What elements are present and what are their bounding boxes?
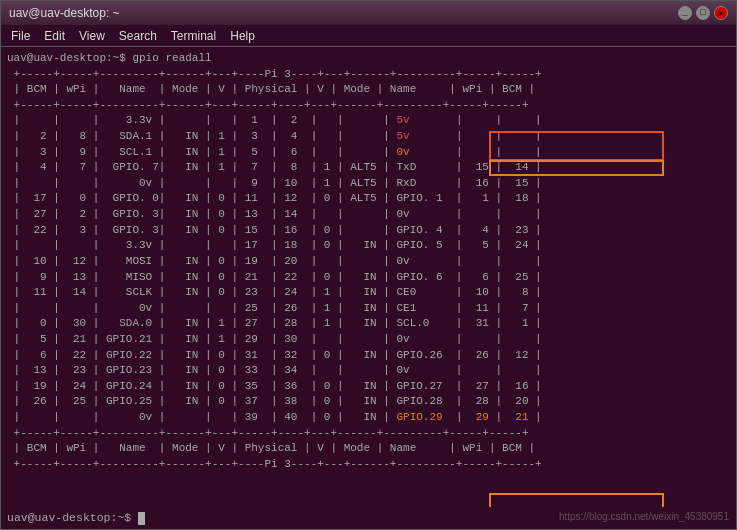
menu-terminal[interactable]: Terminal (165, 27, 222, 45)
titlebar: uav@uav-desktop: ~ _ □ ✕ (1, 1, 736, 25)
window-title: uav@uav-desktop: ~ (9, 6, 120, 20)
terminal-window: uav@uav-desktop: ~ _ □ ✕ File Edit View … (0, 0, 737, 530)
maximize-button[interactable]: □ (696, 6, 710, 20)
menu-file[interactable]: File (5, 27, 36, 45)
terminal-output: uav@uav-desktop:~$ gpio readall +-----+-… (7, 51, 730, 472)
menu-view[interactable]: View (73, 27, 111, 45)
menubar: File Edit View Search Terminal Help (1, 25, 736, 47)
terminal-content: uav@uav-desktop:~$ gpio readall +-----+-… (1, 47, 736, 476)
watermark: https://blog.csdn.net/weixin_45380951 (559, 511, 729, 522)
close-button[interactable]: ✕ (714, 6, 728, 20)
highlight-gpio29 (489, 493, 664, 507)
menu-help[interactable]: Help (224, 27, 261, 45)
bottom-prompt: uav@uav-desktop:~$ (7, 511, 145, 524)
cursor (138, 512, 145, 525)
window-controls[interactable]: _ □ ✕ (678, 6, 728, 20)
menu-edit[interactable]: Edit (38, 27, 71, 45)
minimize-button[interactable]: _ (678, 6, 692, 20)
terminal-area: uav@uav-desktop:~$ gpio readall +-----+-… (1, 47, 736, 507)
menu-search[interactable]: Search (113, 27, 163, 45)
